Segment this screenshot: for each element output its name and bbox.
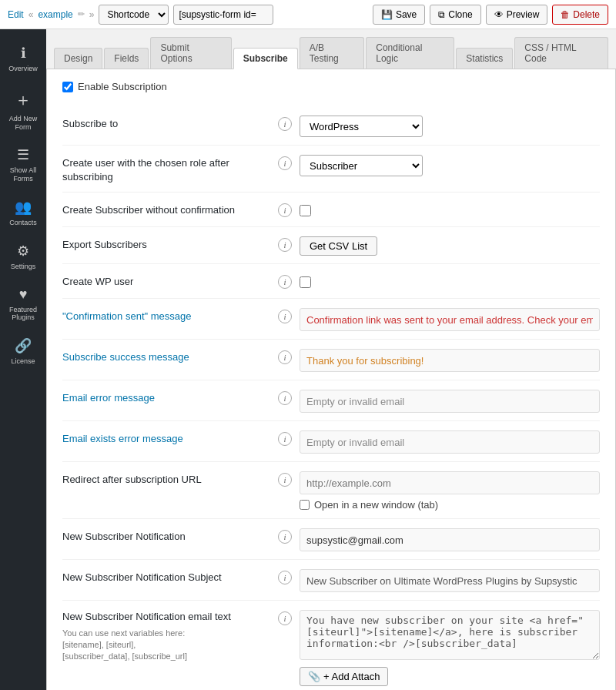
tab-css-html[interactable]: CSS / HTML Code <box>514 37 608 69</box>
sidebar-item-label: FeaturedPlugins <box>9 306 37 323</box>
create-without-confirm-control <box>300 200 600 219</box>
license-icon: 🔗 <box>15 337 32 354</box>
create-wp-user-row: Create WP user i <box>62 264 600 299</box>
redirect-url-label: Redirect after subscription URL <box>62 470 278 487</box>
create-user-role-select[interactable]: Subscriber Contributor Author Editor Adm… <box>300 155 423 176</box>
create-user-role-help: i <box>278 153 300 170</box>
sidebar-item-show-all-forms[interactable]: ☰ Show AllForms <box>0 139 46 191</box>
export-subscribers-control: Get CSV List <box>300 235 600 256</box>
sidebar-item-overview[interactable]: ℹ Overview <box>0 37 46 81</box>
subscribe-to-select[interactable]: WordPress MailChimp AWeber <box>300 116 423 137</box>
create-without-confirm-help-icon[interactable]: i <box>278 203 292 217</box>
sidebar: ℹ Overview ＋ Add NewForm ☰ Show AllForms… <box>0 29 46 690</box>
new-window-row: Open in a new window (tab) <box>300 499 600 511</box>
export-subscribers-row: Export Subscribers i Get CSV List <box>62 227 600 264</box>
create-wp-user-help-icon[interactable]: i <box>278 275 292 289</box>
clone-button[interactable]: ⧉ Clone <box>430 5 480 25</box>
subscribe-success-help: i <box>278 347 300 364</box>
enable-subscription-checkbox[interactable] <box>62 82 73 92</box>
redirect-url-help-icon[interactable]: i <box>278 473 292 487</box>
notification-label: New Subscriber Notification <box>62 527 278 544</box>
tab-submit-options[interactable]: Submit Options <box>150 37 231 69</box>
edit-label: Edit <box>8 9 24 20</box>
subscribe-to-help-icon[interactable]: i <box>278 117 292 131</box>
attach-icon: 📎 <box>308 671 320 682</box>
settings-icon: ⚙ <box>17 243 29 260</box>
create-wp-user-checkbox[interactable] <box>300 276 311 288</box>
confirmation-message-control <box>300 306 600 331</box>
sidebar-item-label: Contacts <box>9 219 37 227</box>
email-error-control <box>300 388 600 413</box>
email-exists-error-label: Email exists error message <box>62 429 278 446</box>
notification-subject-help-icon[interactable]: i <box>278 571 292 584</box>
sidebar-item-label: Add NewForm <box>9 115 38 132</box>
notification-email-text-help-icon[interactable]: i <box>278 611 292 625</box>
sidebar-item-label: License <box>11 357 35 366</box>
confirmation-message-label: "Confirmation sent" message <box>62 306 278 323</box>
confirmation-message-help-icon[interactable]: i <box>278 310 292 323</box>
email-exists-error-control <box>300 429 600 454</box>
top-bar: Edit « example ✏ » Shortcode PHP Code 💾 … <box>0 0 616 29</box>
notification-subject-control <box>300 568 600 592</box>
preview-button[interactable]: 👁 Preview <box>486 5 548 25</box>
add-new-form-icon: ＋ <box>15 89 32 112</box>
subscribe-success-help-icon[interactable]: i <box>278 350 292 364</box>
email-exists-error-row: Email exists error message i <box>62 421 600 462</box>
create-without-confirm-checkbox[interactable] <box>300 205 311 216</box>
tab-design[interactable]: Design <box>54 48 102 69</box>
delete-button[interactable]: 🗑 Delete <box>552 5 608 25</box>
notification-help: i <box>278 527 300 544</box>
sidebar-item-label: Overview <box>8 65 38 73</box>
sidebar-item-settings[interactable]: ⚙ Settings <box>0 235 46 279</box>
email-exists-error-help-icon[interactable]: i <box>278 432 292 446</box>
notification-subject-label: New Subscriber Notification Subject <box>62 568 278 584</box>
breadcrumb-arrow: » <box>89 9 95 20</box>
create-user-role-help-icon[interactable]: i <box>278 156 292 170</box>
notification-email-text-label: New Subscriber Notification email text Y… <box>62 608 278 662</box>
add-attach-button[interactable]: 📎 + Add Attach <box>300 667 388 686</box>
save-icon: 💾 <box>381 9 393 20</box>
sidebar-item-label: Show AllForms <box>10 166 37 183</box>
export-subscribers-help-icon[interactable]: i <box>278 238 292 252</box>
tab-statistics[interactable]: Statistics <box>456 48 513 69</box>
notification-subject-input[interactable] <box>300 569 600 592</box>
shortcode-input[interactable] <box>173 5 273 25</box>
notification-email-input[interactable] <box>300 528 600 551</box>
export-subscribers-help: i <box>278 235 300 252</box>
email-exists-error-input[interactable] <box>300 430 600 454</box>
tab-subscribe[interactable]: Subscribe <box>233 48 298 69</box>
preview-icon: 👁 <box>494 9 504 20</box>
variables-hint: You can use next variables here: [sitena… <box>62 628 278 663</box>
save-button[interactable]: 💾 Save <box>373 5 425 25</box>
edit-pencil-icon[interactable]: ✏ <box>78 9 85 19</box>
subscribe-success-input[interactable] <box>300 349 600 372</box>
notification-email-text-help: i <box>278 608 300 625</box>
sidebar-item-add-new-form[interactable]: ＋ Add NewForm <box>0 81 46 139</box>
create-wp-user-control <box>300 272 600 290</box>
confirmation-message-row: "Confirmation sent" message i <box>62 299 600 340</box>
new-window-checkbox[interactable] <box>300 500 310 510</box>
subscribe-success-label: Subscribe success message <box>62 347 278 364</box>
tab-conditional-logic[interactable]: Conditional Logic <box>366 37 454 69</box>
email-error-row: Email error message i <box>62 380 600 421</box>
contacts-icon: 👥 <box>15 199 32 216</box>
tab-fields[interactable]: Fields <box>104 48 149 69</box>
sidebar-item-license[interactable]: 🔗 License <box>0 330 46 373</box>
notification-help-icon[interactable]: i <box>278 530 292 544</box>
sidebar-item-featured-plugins[interactable]: ♥ FeaturedPlugins <box>0 279 46 330</box>
email-error-label: Email error message <box>62 388 278 405</box>
get-csv-button[interactable]: Get CSV List <box>300 236 377 256</box>
sidebar-item-contacts[interactable]: 👥 Contacts <box>0 191 46 235</box>
email-error-help-icon[interactable]: i <box>278 391 292 405</box>
create-wp-user-help: i <box>278 272 300 289</box>
shortcode-select[interactable]: Shortcode PHP Code <box>99 5 169 25</box>
create-without-confirm-row: Create Subscriber without confirmation i <box>62 193 600 227</box>
tab-ab-testing[interactable]: A/B Testing <box>300 37 365 69</box>
subscribe-success-control <box>300 347 600 372</box>
notification-email-text-row: New Subscriber Notification email text Y… <box>62 601 600 690</box>
redirect-url-input[interactable] <box>300 471 600 494</box>
notification-email-textarea[interactable] <box>300 610 600 660</box>
create-wp-user-label: Create WP user <box>62 272 278 289</box>
confirmation-message-input[interactable] <box>300 308 600 331</box>
email-error-input[interactable] <box>300 390 600 413</box>
